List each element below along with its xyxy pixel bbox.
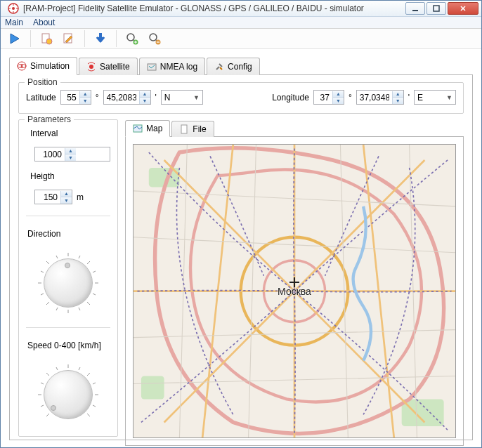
svg-point-15	[21, 65, 23, 67]
zoom-in-button[interactable]	[122, 29, 142, 48]
interval-input[interactable]: ▲▼	[34, 147, 110, 162]
tab-config[interactable]: Config	[207, 58, 260, 75]
toolbar-separator	[116, 30, 117, 47]
latitude-hem-select[interactable]: N▼	[161, 90, 203, 105]
menubar: Main About	[1, 17, 481, 29]
svg-rect-48	[181, 125, 187, 133]
subtab-file[interactable]: File	[171, 121, 214, 137]
svg-line-22	[46, 261, 49, 264]
svg-rect-51	[402, 399, 444, 426]
svg-rect-47	[133, 125, 142, 132]
toolbar-separator	[84, 30, 85, 47]
svg-line-23	[87, 261, 90, 264]
content-area: Simulation Satellite NMEA log Config Pos…	[1, 49, 481, 447]
svg-marker-4	[11, 34, 19, 44]
svg-line-38	[87, 373, 90, 376]
file-icon	[179, 124, 189, 134]
svg-line-44	[41, 405, 44, 407]
svg-line-45	[93, 383, 96, 384]
deg-symbol: °	[96, 93, 99, 103]
subtab-map[interactable]: Map	[125, 120, 170, 137]
direction-dial[interactable]	[37, 251, 100, 315]
app-icon	[8, 3, 19, 14]
svg-rect-3	[434, 6, 439, 11]
svg-line-42	[79, 367, 80, 370]
svg-line-39	[46, 414, 49, 416]
globe-icon	[17, 61, 27, 71]
deg-symbol: °	[349, 93, 352, 103]
svg-line-24	[46, 302, 49, 305]
svg-line-33	[79, 308, 80, 310]
map-tabstrip: Map File	[125, 119, 464, 137]
log-icon	[147, 62, 157, 72]
app-window: [RAM-Project] Fidelity Satellite Emulato…	[0, 0, 482, 448]
longitude-min-input[interactable]: ▲▼	[356, 90, 404, 105]
svg-line-28	[41, 271, 44, 272]
latitude-label: Latitude	[26, 93, 56, 103]
longitude-hem-select[interactable]: E▼	[414, 90, 456, 105]
parameters-label: Parameters	[25, 114, 74, 124]
svg-line-25	[87, 302, 90, 305]
menu-main[interactable]: Main	[5, 18, 23, 27]
height-input[interactable]: ▲▼	[34, 190, 72, 204]
svg-line-41	[56, 367, 58, 370]
close-button[interactable]	[448, 2, 478, 15]
svg-line-27	[79, 256, 80, 258]
main-tabstrip: Simulation Satellite NMEA log Config	[9, 56, 473, 75]
svg-line-26	[56, 256, 58, 258]
svg-point-16	[89, 65, 93, 69]
speed-label: Speed 0-400 [km/h]	[27, 341, 110, 350]
map-city-label: Москва	[278, 286, 311, 297]
map-container: Москва	[125, 137, 464, 446]
longitude-deg-input[interactable]: ▲▼	[313, 90, 344, 105]
svg-point-11	[150, 34, 157, 41]
svg-marker-8	[96, 37, 105, 42]
maximize-button[interactable]	[426, 2, 446, 15]
toolbar-separator	[30, 30, 31, 47]
svg-line-40	[87, 414, 90, 416]
tab-body: Position Latitude ▲▼ ° ▲▼ ' N▼ Longitude…	[9, 75, 473, 440]
interval-label: Interval	[30, 129, 110, 138]
new-doc-button[interactable]	[37, 29, 56, 48]
svg-point-9	[127, 34, 134, 41]
min-symbol: '	[408, 93, 410, 103]
svg-line-32	[56, 308, 58, 310]
window-title: [RAM-Project] Fidelity Satellite Emulato…	[23, 4, 405, 13]
tab-nmea[interactable]: NMEA log	[139, 58, 205, 75]
latitude-deg-input[interactable]: ▲▼	[60, 90, 91, 105]
longitude-label: Longitude	[272, 93, 309, 103]
play-button[interactable]	[5, 29, 25, 48]
toolbar	[1, 29, 481, 49]
map-icon	[133, 124, 143, 133]
download-button[interactable]	[91, 29, 110, 48]
satellite-icon	[86, 62, 96, 72]
position-label: Position	[25, 77, 60, 87]
svg-point-6	[46, 39, 52, 44]
minimize-button[interactable]	[405, 2, 425, 15]
direction-label: Direction	[27, 229, 110, 239]
edit-doc-button[interactable]	[59, 29, 79, 48]
svg-line-43	[41, 383, 44, 384]
speed-dial[interactable]	[37, 363, 100, 426]
config-icon	[214, 62, 224, 72]
svg-line-37	[46, 373, 49, 376]
svg-line-30	[93, 271, 96, 272]
svg-line-46	[93, 405, 96, 407]
titlebar[interactable]: [RAM-Project] Fidelity Satellite Emulato…	[1, 1, 481, 17]
svg-line-31	[93, 294, 96, 295]
height-unit: m	[77, 192, 84, 202]
min-symbol: '	[155, 93, 157, 103]
height-label: Heigth	[30, 171, 110, 181]
svg-line-29	[41, 294, 44, 295]
svg-rect-52	[141, 376, 164, 400]
svg-rect-17	[148, 64, 156, 70]
menu-about[interactable]: About	[33, 18, 55, 27]
position-group: Position Latitude ▲▼ ° ▲▼ ' N▼ Longitude…	[18, 82, 464, 114]
latitude-min-input[interactable]: ▲▼	[103, 90, 151, 105]
svg-point-1	[12, 7, 15, 10]
zoom-out-button[interactable]	[145, 29, 164, 48]
tab-satellite[interactable]: Satellite	[79, 58, 138, 75]
tab-simulation[interactable]: Simulation	[9, 57, 77, 75]
map-canvas[interactable]: Москва	[133, 144, 456, 438]
svg-rect-2	[412, 10, 418, 11]
